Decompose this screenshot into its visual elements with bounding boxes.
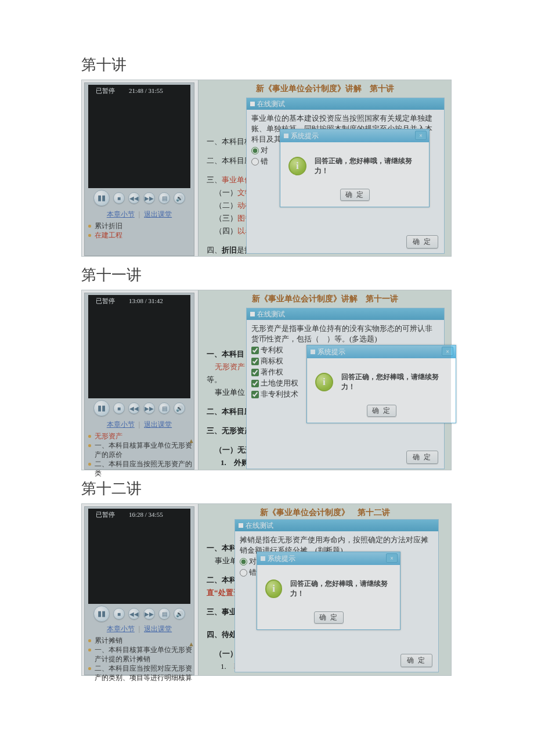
quiz-option-checkbox[interactable] <box>251 391 259 398</box>
info-icon: i <box>315 373 333 391</box>
next-button[interactable]: ▶▶ <box>143 402 155 414</box>
stop-button[interactable]: ■ <box>113 608 125 620</box>
system-prompt-modal-2: 系统提示 × i 回答正确，您好棒哦，请继续努力！ 确 定 <box>306 345 456 423</box>
player-panel-3: 已暂停16:28 / 34:55 ▮▮ ■ ◀◀ ▶▶ ▤ 🔊 本章小节 | 退… <box>84 506 194 675</box>
play-pause-button[interactable]: ▮▮ <box>93 400 110 416</box>
video-area: 已暂停16:28 / 34:55 <box>88 509 190 604</box>
quiz-option-checkbox[interactable] <box>251 380 259 387</box>
video-area: 已暂停 21:48 / 31:55 <box>88 85 190 188</box>
volume-button[interactable]: 🔊 <box>174 402 185 414</box>
list-item[interactable]: 一、本科目核算事业单位无形资产计提的累计摊销 <box>95 645 193 664</box>
screenshot-3: 已暂停16:28 / 34:55 ▮▮ ■ ◀◀ ▶▶ ▤ 🔊 本章小节 | 退… <box>81 503 452 676</box>
exit-link[interactable]: 退出课堂 <box>144 625 172 633</box>
quiz-option-checkbox[interactable] <box>251 369 259 376</box>
section-title-2: 第十一讲 <box>81 265 453 285</box>
section-title-1: 第十讲 <box>81 55 453 75</box>
next-button[interactable]: ▶▶ <box>143 608 155 620</box>
quiz-option-radio[interactable] <box>251 158 259 165</box>
prev-button[interactable]: ◀◀ <box>128 608 140 620</box>
player-links: 本章小节 | 退出课堂 <box>85 210 194 220</box>
play-pause-button[interactable]: ▮▮ <box>93 606 110 622</box>
quiz-option-radio[interactable] <box>251 147 259 154</box>
play-pause-button[interactable]: ▮▮ <box>93 190 110 206</box>
system-prompt-modal-3: 系统提示 × i 回答正确，您好棒哦，请继续努力！ 确 定 <box>257 552 400 630</box>
link-sep: | <box>139 210 140 218</box>
stop-button[interactable]: ■ <box>113 402 125 414</box>
chapter-link[interactable]: 本章小节 <box>107 625 135 633</box>
list-button[interactable]: ▤ <box>158 402 170 414</box>
system-prompt-modal-1: 系统提示 × i 回答正确，您好棒哦，请继续努力！ 确 定 <box>280 129 430 207</box>
quiz-confirm-button[interactable]: 确 定 <box>406 451 438 464</box>
modal-ok-button[interactable]: 确 定 <box>314 611 344 624</box>
list-button[interactable]: ▤ <box>158 608 170 620</box>
content-pane-3: 新《事业单位会计制度》 第十二讲 一、本科目 事业单位 二、本科目 直“处置资产… <box>198 504 451 675</box>
next-button[interactable]: ▶▶ <box>143 192 155 204</box>
scroll-icon[interactable]: ▲ <box>188 640 193 645</box>
stop-button[interactable]: ■ <box>113 192 125 204</box>
course-title: 新《事业单位会计制度》讲解 第十讲 <box>199 84 451 94</box>
list-item[interactable]: 累计折旧 <box>95 221 122 231</box>
content-pane-1: 新《事业单位会计制度》讲解 第十讲 一、本科目核 二、本科目应 三、事业单位 （… <box>198 80 451 256</box>
prev-button[interactable]: ◀◀ <box>128 192 140 204</box>
modal-header: 系统提示 × <box>280 129 429 142</box>
close-icon[interactable]: × <box>386 553 398 563</box>
exit-link[interactable]: 退出课堂 <box>144 210 172 218</box>
player-panel-1: 已暂停 21:48 / 31:55 ▮▮ ■ ◀◀ ▶▶ ▤ 🔊 本章小节 | … <box>84 82 194 256</box>
section-title-3: 第十二讲 <box>81 478 453 499</box>
volume-button[interactable]: 🔊 <box>174 608 185 620</box>
list-item[interactable]: 二、本科目应当按照无形资产的类 <box>95 459 193 478</box>
content-pane-2: 新《事业单位会计制度》讲解 第十一讲 一、本科目 无形资产 等。 事业单位 二、… <box>198 290 451 470</box>
play-time: 21:48 / 31:55 <box>129 87 163 94</box>
modal-message: 回答正确，您好棒哦，请继续努力！ <box>315 156 421 176</box>
video-status-bar: 已暂停 21:48 / 31:55 <box>89 85 190 96</box>
quiz-header: 在线测试 <box>247 98 444 110</box>
outline-list-2: 无形资产 一、本科目核算事业单位无形资产的原价 二、本科目应当按照无形资产的类 <box>86 431 193 478</box>
list-item[interactable]: 累计摊销 <box>95 636 122 645</box>
info-icon: i <box>288 157 306 175</box>
player-controls: ▮▮ ■ ◀◀ ▶▶ ▤ 🔊 <box>85 190 194 206</box>
player-panel-2: 已暂停13:08 / 31:42 ▮▮ ■ ◀◀ ▶▶ ▤ 🔊 本章小节 | 退… <box>84 293 194 470</box>
screenshot-2: 已暂停13:08 / 31:42 ▮▮ ■ ◀◀ ▶▶ ▤ 🔊 本章小节 | 退… <box>81 290 452 470</box>
quiz-option-radio[interactable] <box>240 569 247 577</box>
info-icon: i <box>265 579 282 598</box>
document-root: 第十讲 已暂停 21:48 / 31:55 ▮▮ ■ ◀◀ ▶▶ ▤ 🔊 本章小… <box>0 0 534 699</box>
modal-ok-button[interactable]: 确 定 <box>340 189 370 201</box>
volume-button[interactable]: 🔊 <box>174 192 185 204</box>
quiz-option-checkbox[interactable] <box>251 358 259 365</box>
screenshot-1: 已暂停 21:48 / 31:55 ▮▮ ■ ◀◀ ▶▶ ▤ 🔊 本章小节 | … <box>81 80 452 257</box>
chapter-link[interactable]: 本章小节 <box>107 210 135 218</box>
close-icon[interactable]: × <box>415 131 427 140</box>
chapter-link[interactable]: 本章小节 <box>107 420 135 429</box>
scroll-icon[interactable]: ▲ <box>188 437 193 442</box>
close-icon[interactable]: × <box>442 347 453 356</box>
play-status: 已暂停 <box>96 87 115 95</box>
list-item[interactable]: 二、本科目应当按照对应无形资产的类别、项目等进行明细核算 <box>95 664 193 682</box>
exit-link[interactable]: 退出课堂 <box>144 420 172 429</box>
list-button[interactable]: ▤ <box>158 192 170 204</box>
list-item[interactable]: 一、本科目核算事业单位无形资产的原价 <box>95 441 193 459</box>
list-item[interactable]: 无形资产 <box>95 431 122 441</box>
modal-ok-button[interactable]: 确 定 <box>367 405 396 417</box>
video-area: 已暂停13:08 / 31:42 <box>88 295 190 398</box>
quiz-option-checkbox[interactable] <box>251 347 259 354</box>
outline-list-3: 累计摊销 一、本科目核算事业单位无形资产计提的累计摊销 二、本科目应当按照对应无… <box>86 636 193 682</box>
quiz-confirm-button[interactable]: 确 定 <box>406 235 438 249</box>
prev-button[interactable]: ◀◀ <box>128 402 140 414</box>
quiz-confirm-button[interactable]: 确 定 <box>400 654 432 667</box>
outline-list-1: 累计折旧 在建工程 <box>86 221 193 240</box>
list-item[interactable]: 在建工程 <box>95 231 122 240</box>
quiz-question-text: 无形资产是指事业单位持有的没有实物形态的可辨认非货币性资产，包括（ ）等。(多选… <box>251 323 439 344</box>
quiz-option-radio[interactable] <box>240 558 247 566</box>
